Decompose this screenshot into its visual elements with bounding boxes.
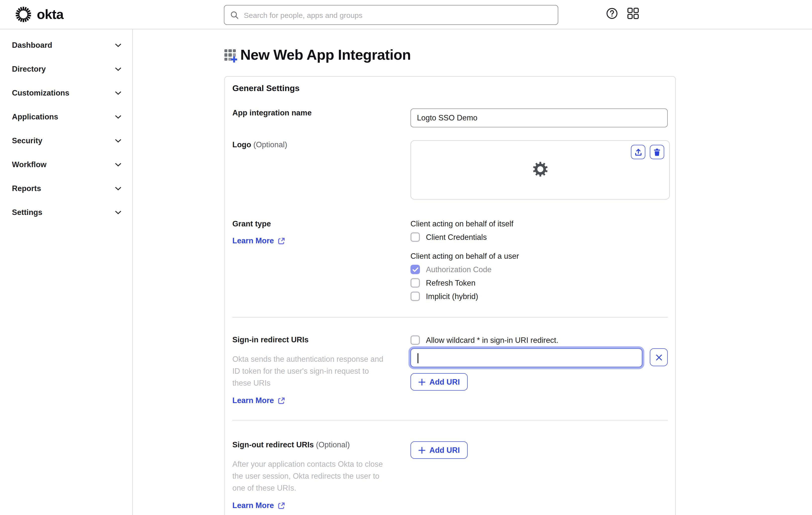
signout-helper-text: After your application contacts Okta to … [232, 458, 386, 494]
checkbox-box [410, 292, 420, 301]
signout-optional-label: (Optional) [316, 440, 350, 449]
chevron-down-icon [115, 139, 121, 143]
okta-logo[interactable]: okta [0, 6, 63, 23]
checkbox-box [410, 232, 420, 242]
checkbox-authorization-code[interactable]: Authorization Code [410, 265, 668, 274]
section-divider [232, 420, 668, 421]
sidebar-item-workflow[interactable]: Workflow [0, 155, 132, 174]
sidebar-item-applications[interactable]: Applications [0, 108, 132, 126]
sidebar-item-directory[interactable]: Directory [0, 60, 132, 79]
help-circle-icon[interactable] [606, 7, 618, 21]
checkbox-allow-wildcard[interactable]: Allow wildcard * in sign-in URI redirect… [410, 335, 668, 345]
delete-logo-button[interactable] [650, 145, 664, 159]
external-link-icon [278, 237, 285, 245]
checkbox-implicit-hybrid[interactable]: Implicit (hybrid) [410, 292, 668, 301]
brand-wordmark: okta [37, 7, 63, 22]
chevron-down-icon [115, 115, 121, 119]
plus-icon [418, 378, 426, 385]
search-input[interactable] [244, 11, 552, 19]
chevron-down-icon [115, 91, 121, 95]
checkbox-box-checked [410, 265, 420, 274]
sidebar-item-security[interactable]: Security [0, 131, 132, 150]
signin-helper-text: Okta sends the authentication response a… [232, 353, 389, 389]
signout-add-uri-button[interactable]: Add URI [410, 441, 468, 459]
logo-label: Logo (Optional) [232, 140, 410, 149]
okta-spinner-icon [15, 6, 32, 23]
chevron-down-icon [115, 43, 121, 47]
signin-learn-more-link[interactable]: Learn More [232, 396, 285, 405]
upload-icon [634, 148, 642, 156]
upload-logo-button[interactable] [631, 145, 645, 159]
close-icon [656, 354, 662, 361]
remove-uri-button[interactable] [650, 348, 668, 366]
sidebar-item-settings[interactable]: Settings [0, 203, 132, 222]
check-icon [412, 267, 418, 272]
signout-redirect-uris-label: Sign-out redirect URIs (Optional) [232, 440, 410, 449]
sidebar-nav: Dashboard Directory Customizations Appli… [0, 29, 133, 515]
app-integration-name-input[interactable] [410, 109, 668, 127]
grant-type-learn-more-link[interactable]: Learn More [232, 236, 285, 245]
main-content: New Web App Integration General Settings… [133, 29, 812, 515]
signout-learn-more-link[interactable]: Learn More [232, 501, 285, 510]
external-link-icon [278, 397, 285, 404]
logo-preview-box [410, 140, 670, 200]
checkbox-client-credentials[interactable]: Client Credentials [410, 232, 668, 242]
app-integration-name-label: App integration name [232, 109, 410, 117]
logo-optional-label: (Optional) [253, 140, 287, 149]
search-icon [230, 11, 239, 19]
grant-group-user-title: Client acting on behalf of a user [410, 252, 668, 261]
checkbox-refresh-token[interactable]: Refresh Token [410, 278, 668, 288]
text-caret [417, 353, 418, 363]
plus-icon [418, 447, 426, 454]
general-settings-card: General Settings App integration name Lo… [224, 76, 676, 515]
section-divider [232, 317, 668, 317]
signin-add-uri-button[interactable]: Add URI [410, 373, 468, 391]
page-title: New Web App Integration [240, 47, 411, 63]
trash-icon [653, 148, 661, 156]
checkbox-box [410, 335, 420, 345]
okta-admin-console: okta [0, 0, 812, 515]
sidebar-item-customizations[interactable]: Customizations [0, 84, 132, 103]
app-grid-icon[interactable] [627, 7, 639, 22]
signin-redirect-uri-input[interactable] [410, 348, 642, 367]
checkbox-box [410, 278, 420, 288]
chevron-down-icon [115, 67, 121, 71]
global-search[interactable] [224, 5, 558, 25]
external-link-icon [278, 502, 285, 509]
signin-redirect-uris-label: Sign-in redirect URIs [232, 335, 410, 344]
section-heading-general-settings: General Settings [232, 84, 668, 93]
grant-group-self-title: Client acting on behalf of itself [410, 220, 668, 228]
default-app-gear-icon [531, 160, 550, 180]
plus-icon [230, 56, 238, 63]
grant-type-label: Grant type [232, 220, 410, 228]
new-app-icon [224, 49, 236, 61]
chevron-down-icon [115, 210, 121, 214]
sidebar-item-reports[interactable]: Reports [0, 179, 132, 198]
chevron-down-icon [115, 163, 121, 167]
top-header: okta [0, 0, 812, 29]
chevron-down-icon [115, 187, 121, 191]
sidebar-item-dashboard[interactable]: Dashboard [0, 36, 132, 55]
